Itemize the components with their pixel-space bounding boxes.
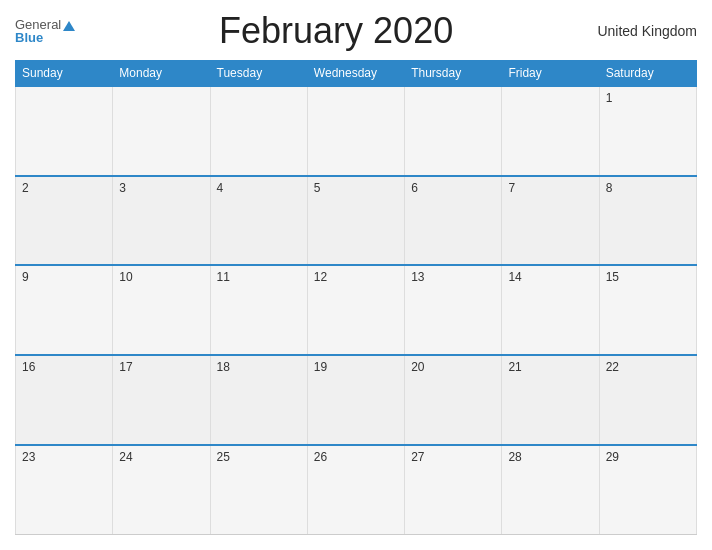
day-number: 27 (411, 450, 424, 464)
day-number: 4 (217, 181, 224, 195)
calendar-day-cell (405, 86, 502, 176)
calendar-day-cell (16, 86, 113, 176)
header-monday: Monday (113, 61, 210, 87)
day-number: 20 (411, 360, 424, 374)
day-number: 22 (606, 360, 619, 374)
calendar-week-row: 16171819202122 (16, 355, 697, 445)
day-number: 29 (606, 450, 619, 464)
header-saturday: Saturday (599, 61, 696, 87)
day-number: 24 (119, 450, 132, 464)
day-number: 6 (411, 181, 418, 195)
day-number: 26 (314, 450, 327, 464)
calendar-day-cell: 5 (307, 176, 404, 266)
calendar-day-cell: 24 (113, 445, 210, 535)
calendar-day-cell: 8 (599, 176, 696, 266)
calendar-day-cell: 4 (210, 176, 307, 266)
logo-blue-text: Blue (15, 31, 43, 44)
logo-triangle-icon (63, 21, 75, 31)
calendar-day-cell (307, 86, 404, 176)
day-number: 18 (217, 360, 230, 374)
day-number: 17 (119, 360, 132, 374)
calendar-day-cell: 17 (113, 355, 210, 445)
calendar-day-cell: 20 (405, 355, 502, 445)
calendar-day-cell: 21 (502, 355, 599, 445)
calendar-day-cell: 9 (16, 265, 113, 355)
day-number: 7 (508, 181, 515, 195)
day-number: 10 (119, 270, 132, 284)
day-number: 9 (22, 270, 29, 284)
calendar-day-cell: 28 (502, 445, 599, 535)
header-friday: Friday (502, 61, 599, 87)
header-sunday: Sunday (16, 61, 113, 87)
day-number: 11 (217, 270, 230, 284)
calendar-day-cell: 15 (599, 265, 696, 355)
calendar-day-cell: 18 (210, 355, 307, 445)
calendar-day-cell: 25 (210, 445, 307, 535)
calendar-day-cell: 6 (405, 176, 502, 266)
month-title: February 2020 (75, 10, 597, 52)
calendar-day-cell: 3 (113, 176, 210, 266)
calendar-day-cell: 11 (210, 265, 307, 355)
calendar-day-cell: 12 (307, 265, 404, 355)
calendar-day-cell: 2 (16, 176, 113, 266)
calendar-day-cell: 1 (599, 86, 696, 176)
calendar-day-cell (210, 86, 307, 176)
calendar-day-cell (113, 86, 210, 176)
calendar-day-cell: 23 (16, 445, 113, 535)
day-number: 5 (314, 181, 321, 195)
calendar-week-row: 23242526272829 (16, 445, 697, 535)
day-number: 13 (411, 270, 424, 284)
header-tuesday: Tuesday (210, 61, 307, 87)
day-number: 1 (606, 91, 613, 105)
country-label: United Kingdom (597, 23, 697, 39)
calendar-day-cell: 10 (113, 265, 210, 355)
day-number: 3 (119, 181, 126, 195)
calendar-table: Sunday Monday Tuesday Wednesday Thursday… (15, 60, 697, 535)
day-number: 25 (217, 450, 230, 464)
header-wednesday: Wednesday (307, 61, 404, 87)
calendar-day-cell (502, 86, 599, 176)
calendar-day-cell: 14 (502, 265, 599, 355)
day-number: 19 (314, 360, 327, 374)
calendar-container: General Blue February 2020 United Kingdo… (0, 0, 712, 550)
calendar-week-row: 9101112131415 (16, 265, 697, 355)
day-number: 14 (508, 270, 521, 284)
day-number: 23 (22, 450, 35, 464)
day-number: 12 (314, 270, 327, 284)
day-number: 28 (508, 450, 521, 464)
calendar-day-cell: 19 (307, 355, 404, 445)
day-number: 21 (508, 360, 521, 374)
day-number: 15 (606, 270, 619, 284)
calendar-week-row: 2345678 (16, 176, 697, 266)
calendar-day-cell: 22 (599, 355, 696, 445)
day-number: 8 (606, 181, 613, 195)
calendar-day-cell: 26 (307, 445, 404, 535)
calendar-day-cell: 16 (16, 355, 113, 445)
calendar-week-row: 1 (16, 86, 697, 176)
calendar-header: General Blue February 2020 United Kingdo… (15, 10, 697, 52)
day-number: 2 (22, 181, 29, 195)
header-thursday: Thursday (405, 61, 502, 87)
calendar-day-cell: 7 (502, 176, 599, 266)
logo: General Blue (15, 18, 75, 44)
calendar-day-cell: 13 (405, 265, 502, 355)
weekday-header-row: Sunday Monday Tuesday Wednesday Thursday… (16, 61, 697, 87)
day-number: 16 (22, 360, 35, 374)
calendar-day-cell: 27 (405, 445, 502, 535)
calendar-day-cell: 29 (599, 445, 696, 535)
